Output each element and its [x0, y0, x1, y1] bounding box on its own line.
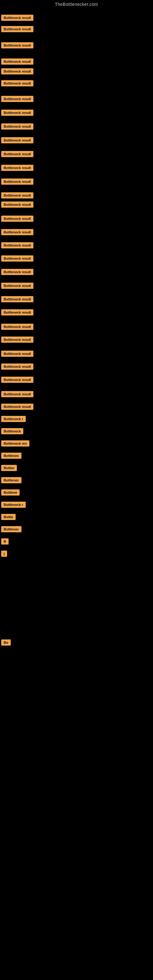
bottleneck-row: Bottle — [0, 513, 17, 522]
bottleneck-row: Bottleneck result — [0, 323, 35, 332]
bottleneck-row: Bottlenec — [0, 477, 22, 485]
bottleneck-badge[interactable]: Bottleneck result — [1, 26, 33, 32]
bottleneck-badge[interactable]: Bottleneck result — [1, 337, 33, 343]
bottleneck-badge[interactable]: Bottle — [1, 514, 16, 520]
bottleneck-badge[interactable]: Bottleneck result — [1, 229, 33, 235]
bottleneck-row: Bottleneck result — [0, 282, 35, 291]
bottleneck-badge[interactable]: Bottleneck result — [1, 178, 33, 185]
bottleneck-row: Bottleneck result — [0, 215, 35, 224]
bottleneck-badge[interactable]: Bottler — [1, 465, 17, 471]
bottleneck-badge[interactable]: Bottleneck result — [1, 151, 33, 157]
bottleneck-badge[interactable]: Bottleneck result — [1, 377, 33, 383]
bottleneck-row: Bottleneck result — [0, 164, 35, 173]
bottleneck-row: Bottleneck — [0, 428, 24, 436]
bottleneck-badge[interactable]: Bottleneck result — [1, 255, 33, 261]
bottleneck-row: Bottleneck result — [0, 25, 35, 34]
bottleneck-badge[interactable]: Bottlenec — [1, 526, 21, 532]
bottleneck-badge[interactable]: Bottleneck result — [1, 309, 33, 315]
bottleneck-row: Bottleneck result — [0, 137, 35, 145]
bottleneck-row: | — [0, 550, 8, 558]
bottleneck-row: Bottleneck result — [0, 350, 35, 359]
bottleneck-badge[interactable]: Bottleneck res — [1, 441, 29, 447]
bottleneck-badge[interactable]: Bottleneck — [1, 428, 23, 434]
bottleneck-row: Bottleneck result — [0, 255, 35, 263]
bottleneck-row: Bo — [0, 639, 12, 648]
bottleneck-row: Bottleneck r — [0, 415, 27, 424]
bottleneck-badge[interactable]: Bottleneck result — [1, 59, 33, 65]
bottleneck-badge[interactable]: Bottleneck r — [1, 502, 26, 508]
bottleneck-row: Bottleneck result — [0, 109, 35, 118]
bottleneck-badge[interactable]: Bottleneck result — [1, 364, 33, 370]
bottleneck-row: Bottleneck result — [0, 363, 35, 371]
bottleneck-row: Bottleneck result — [0, 376, 35, 385]
bottleneck-row: Bottleneck result — [0, 390, 35, 399]
bottleneck-badge[interactable]: | — [1, 550, 7, 557]
bottleneck-badge[interactable]: Bottlenec — [1, 453, 21, 459]
bottleneck-badge[interactable]: Bottleneck result — [1, 351, 33, 357]
bottleneck-row: Bottleneck result — [0, 80, 35, 88]
bottleneck-badge[interactable]: Bottleneck r — [1, 416, 26, 422]
bottleneck-row: Bottlenec — [0, 452, 22, 461]
bottleneck-badge[interactable]: Bottleneck result — [1, 296, 33, 302]
bottleneck-row: Bottlene — [0, 489, 21, 497]
bottleneck-row: Bottleneck result — [0, 178, 35, 186]
bottleneck-row: Bottleneck result — [0, 229, 35, 237]
bottleneck-row: Bottleneck result — [0, 309, 35, 317]
bottleneck-badge[interactable]: Bottlene — [1, 489, 19, 495]
bottleneck-badge[interactable]: Bottleneck result — [1, 192, 33, 199]
bottleneck-row: Bottlenec — [0, 525, 22, 534]
bottleneck-row: Bottler — [0, 464, 18, 473]
bottleneck-badge[interactable]: Bottleneck result — [1, 202, 33, 208]
bottleneck-badge[interactable]: Bottleneck result — [1, 283, 33, 289]
bottleneck-badge[interactable]: Bottleneck result — [1, 68, 33, 75]
bottleneck-row: Bottleneck r — [0, 501, 27, 510]
bottleneck-badge[interactable]: Bottleneck result — [1, 391, 33, 397]
bottleneck-row: Bottleneck result — [0, 296, 35, 304]
bottleneck-badge[interactable]: Bottleneck result — [1, 269, 33, 275]
bottleneck-badge[interactable]: Bottleneck result — [1, 324, 33, 330]
bottleneck-row: Bottleneck result — [0, 192, 35, 200]
bottleneck-row: Bottleneck result — [0, 41, 35, 50]
bottleneck-badge[interactable]: Bottleneck result — [1, 165, 33, 171]
bottleneck-row: Bottleneck result — [0, 95, 35, 104]
bottleneck-badge[interactable]: Bottleneck result — [1, 15, 33, 21]
bottleneck-row: Bottleneck result — [0, 58, 35, 67]
bottleneck-badge[interactable]: Bottleneck result — [1, 42, 33, 48]
bottleneck-row: Bottleneck result — [0, 150, 35, 159]
bottleneck-badge[interactable]: Bottleneck result — [1, 242, 33, 248]
bottleneck-row: B — [0, 538, 10, 546]
bottleneck-badge[interactable]: Bottleneck result — [1, 137, 33, 143]
bottleneck-row: Bottleneck result — [0, 403, 35, 412]
bottleneck-badge[interactable]: B — [1, 538, 9, 544]
bottleneck-badge[interactable]: Bottleneck result — [1, 96, 33, 102]
bottleneck-badge[interactable]: Bottleneck result — [1, 404, 33, 410]
bottleneck-row: Bottleneck result — [0, 242, 35, 250]
bottleneck-row: Bottleneck result — [0, 268, 35, 277]
bottleneck-row: Bottleneck result — [0, 201, 35, 210]
bottleneck-row: Bottleneck result — [0, 336, 35, 345]
bottleneck-row: Bottleneck result — [0, 123, 35, 131]
bottleneck-row: Bottleneck res — [0, 440, 30, 449]
bottleneck-row: Bottleneck result — [0, 14, 35, 23]
bottleneck-badge[interactable]: Bottlenec — [1, 477, 21, 483]
bottleneck-badge[interactable]: Bottleneck result — [1, 110, 33, 116]
bottleneck-badge[interactable]: Bottleneck result — [1, 80, 33, 86]
bottleneck-badge[interactable]: Bo — [1, 640, 11, 646]
bottleneck-badge[interactable]: Bottleneck result — [1, 216, 33, 222]
site-title: TheBottlenecker.com — [0, 0, 153, 8]
bottleneck-row: Bottleneck result — [0, 68, 35, 76]
bottleneck-badge[interactable]: Bottleneck result — [1, 123, 33, 130]
